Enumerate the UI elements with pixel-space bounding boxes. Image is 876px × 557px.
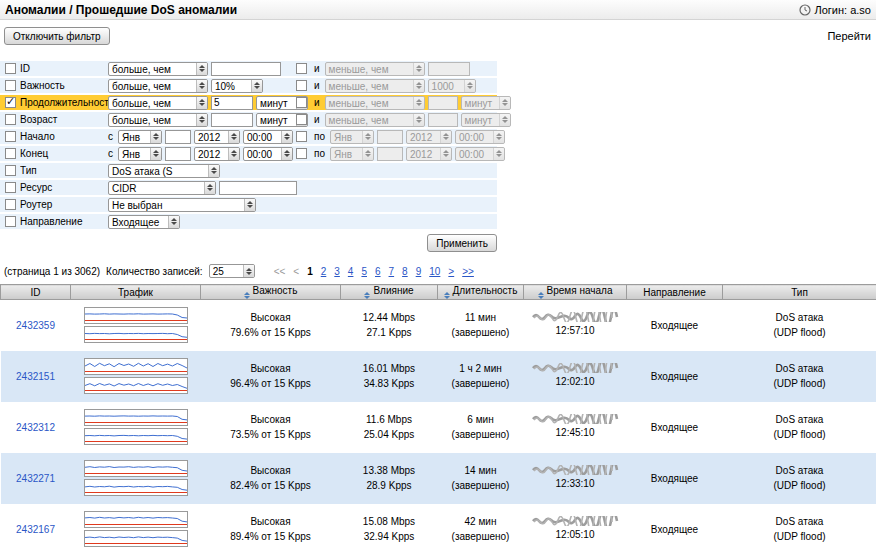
col-header-impact[interactable]: Влияние [341, 285, 438, 300]
filter-age-value1-input[interactable] [211, 113, 253, 127]
filter-duration-unit2-select[interactable]: минут [461, 96, 511, 110]
filter-age-op2-select[interactable]: меньше, чем [325, 113, 425, 127]
session-info: Логин: a.so [799, 4, 871, 16]
apply-button[interactable]: Применить [427, 234, 497, 252]
filter-age-unit2-select[interactable]: минут [461, 113, 511, 127]
filter-direction-checkbox[interactable] [5, 216, 16, 227]
filter-age-value2-input[interactable] [428, 113, 458, 127]
filter-severity-value2-select[interactable]: 1000 [428, 79, 476, 93]
filter-severity-op1-select[interactable]: больше, чем [108, 79, 208, 93]
page-link-6[interactable]: 6 [375, 266, 381, 277]
anomaly-row: 2432359 Высокая79.6% от 15 Kpps 12.44 Mb… [1, 300, 876, 351]
filter-router-select[interactable]: Не выбран [108, 198, 256, 212]
filter-resource-value-input[interactable] [219, 181, 297, 195]
filter-duration-checkbox[interactable] [5, 97, 16, 108]
col-header-direction[interactable]: Направление [627, 285, 723, 300]
severity-cell: Высокая82.4% от 15 Kpps [201, 453, 341, 504]
filter-age-and-label: и [314, 114, 320, 125]
page-link-9[interactable]: 9 [416, 266, 422, 277]
col-header-id[interactable]: ID [1, 285, 71, 300]
page-link-8[interactable]: 8 [402, 266, 408, 277]
filter-age-checkbox[interactable] [5, 114, 16, 125]
traffic-graphs[interactable] [73, 511, 199, 547]
filter-severity-value1-select[interactable]: 10% [211, 79, 263, 93]
next-page-link[interactable]: > [448, 266, 454, 277]
col-header-severity[interactable]: Важность [201, 285, 341, 300]
col-header-traffic[interactable]: Трафик [71, 285, 201, 300]
select-arrows-icon [204, 182, 215, 194]
filter-resource-type-select[interactable]: CIDR [108, 181, 216, 195]
filter-severity-and-checkbox[interactable] [296, 80, 307, 91]
filter-start-checkbox[interactable] [5, 131, 16, 142]
filter-end-month1-select[interactable]: Янв [118, 147, 162, 161]
filter-age-and-checkbox[interactable] [296, 114, 307, 125]
filter-end-day2-input[interactable] [377, 147, 403, 161]
anomaly-id-link[interactable]: 2432271 [16, 473, 55, 484]
filter-end-time1-select[interactable]: 00:00 [243, 147, 293, 161]
select-arrows-icon [208, 165, 219, 177]
filter-duration-value2-input[interactable] [428, 96, 458, 110]
filter-end-year1-select[interactable]: 2012 [194, 147, 240, 161]
filter-start-year1-select[interactable]: 2012 [194, 130, 240, 144]
traffic-sparkline-bottom [84, 326, 188, 343]
records-per-page-select[interactable]: 25 [209, 264, 255, 278]
anomaly-id-link[interactable]: 2432359 [16, 320, 55, 331]
filter-id-value2-input[interactable] [428, 62, 470, 76]
page-link-2[interactable]: 2 [321, 266, 327, 277]
filter-type-select[interactable]: DoS атака (S [108, 164, 220, 178]
page-link-3[interactable]: 3 [334, 266, 340, 277]
filter-id-value1-input[interactable] [211, 62, 281, 76]
filter-type-checkbox[interactable] [5, 165, 16, 176]
col-header-type[interactable]: Тип [723, 285, 876, 300]
filter-end-time2-select[interactable]: 00:00 [455, 147, 505, 161]
filter-direction-select[interactable]: Входящее [108, 215, 180, 229]
filter-end-day1-input[interactable] [165, 147, 191, 161]
filter-end-month2-select[interactable]: Янв [330, 147, 374, 161]
select-arrows-icon [196, 97, 207, 109]
filter-start-time1-select[interactable]: 00:00 [243, 130, 293, 144]
filter-start-day2-input[interactable] [377, 130, 403, 144]
select-arrows-icon [440, 131, 451, 143]
filter-start-to-checkbox[interactable] [296, 131, 307, 142]
filter-resource-checkbox[interactable] [5, 182, 16, 193]
traffic-graphs[interactable] [73, 460, 199, 496]
traffic-graphs[interactable] [73, 358, 199, 394]
anomaly-id-link[interactable]: 2432151 [16, 371, 55, 382]
traffic-graphs[interactable] [73, 409, 199, 445]
anomaly-id-link[interactable]: 2432312 [16, 422, 55, 433]
filter-end-to-checkbox[interactable] [296, 148, 307, 159]
filter-severity-op2-select[interactable]: меньше, чем [325, 79, 425, 93]
col-header-duration[interactable]: Длительность [438, 285, 524, 300]
last-page-link[interactable]: >> [462, 266, 474, 277]
filter-duration-op1-select[interactable]: больше, чем [108, 96, 208, 110]
page-link-5[interactable]: 5 [361, 266, 367, 277]
filter-id-op1-select[interactable]: больше, чем [108, 62, 208, 76]
filter-duration-op2-select[interactable]: меньше, чем [325, 96, 425, 110]
anomaly-id-link[interactable]: 2432167 [16, 524, 55, 535]
filter-start-year2-select[interactable]: 2012 [406, 130, 452, 144]
filter-severity-checkbox[interactable] [5, 80, 16, 91]
page-link-4[interactable]: 4 [348, 266, 354, 277]
select-arrows-icon [168, 216, 179, 228]
page-link-7[interactable]: 7 [389, 266, 395, 277]
filter-start-day1-input[interactable] [165, 130, 191, 144]
filter-duration-and-checkbox[interactable] [296, 97, 307, 108]
filter-age-op1-select[interactable]: больше, чем [108, 113, 208, 127]
filter-id-and-checkbox[interactable] [296, 63, 307, 74]
disable-filter-button[interactable]: Отключить фильтр [4, 27, 110, 45]
filter-start-month2-select[interactable]: Янв [330, 130, 374, 144]
filter-duration-value1-input[interactable] [211, 96, 253, 110]
filter-start-time2-select[interactable]: 00:00 [455, 130, 505, 144]
filter-id-checkbox[interactable] [5, 63, 16, 74]
clock-icon [799, 4, 811, 16]
filter-id-op2-select[interactable]: меньше, чем [325, 62, 425, 76]
filter-router-checkbox[interactable] [5, 199, 16, 210]
filter-end-year2-select[interactable]: 2012 [406, 147, 452, 161]
col-header-start-time[interactable]: Время начала [524, 285, 627, 300]
filter-age-label: Возраст [20, 114, 108, 125]
traffic-graphs[interactable] [73, 307, 199, 343]
filter-start-month1-select[interactable]: Янв [118, 130, 162, 144]
go-link[interactable]: Перейти [827, 30, 871, 42]
page-link-10[interactable]: 10 [429, 266, 440, 277]
filter-end-checkbox[interactable] [5, 148, 16, 159]
